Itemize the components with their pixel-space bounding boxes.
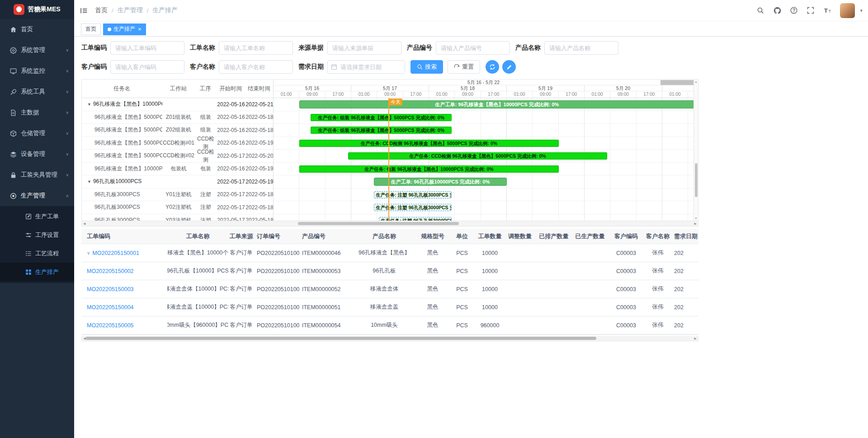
- gantt-bar[interactable]: 生产任务: CCD检测 96孔移液盒【黑色】5000PCS 完成比例: 0%: [299, 140, 558, 147]
- scroll-right-arrow[interactable]: ▶: [694, 337, 697, 340]
- close-icon[interactable]: ×: [138, 26, 142, 32]
- timeline-hours-row: 01:0009:0017:0001:0009:0017:0001:0009:00…: [274, 91, 693, 98]
- scroll-down-arrow[interactable]: ▼: [694, 217, 698, 220]
- gantt-task-row[interactable]: 96孔孔板3000PCSY03注塑机注塑2022-05-172022-05-18: [82, 214, 273, 221]
- gantt-task-row[interactable]: 96孔孔板3000PCSY02注塑机注塑2022-05-172022-05-18: [82, 201, 273, 214]
- gantt-vertical-scrollbar[interactable]: ▲ ▼: [693, 80, 698, 221]
- order-cell: [572, 244, 608, 262]
- gantt-bar[interactable]: 生产任务: CCD检测 96孔移液盒【黑色】5000PCS 完成比例: 0%: [348, 152, 607, 160]
- gantt-bar[interactable]: 生产任务: 包装 96孔移液盒【黑色】10000PCS 完成比例: 0%: [299, 165, 558, 173]
- font-size-icon[interactable]: TT: [823, 6, 831, 14]
- sidebar-subitem-label: 生产工单: [35, 212, 59, 221]
- reset-button-label: 重置: [462, 63, 474, 71]
- expand-triangle-icon[interactable]: ▼: [87, 102, 91, 107]
- order-cell: [572, 262, 608, 280]
- sidebar-item-system-tools[interactable]: 系统工具∨: [0, 81, 74, 102]
- sidebar-item-system-monitor[interactable]: 系统监控∨: [0, 61, 74, 81]
- search-button[interactable]: 搜索: [410, 60, 443, 74]
- sidebar-subitem-scheduling[interactable]: 生产排产: [0, 263, 74, 281]
- timeline-hour: 01:00: [662, 91, 688, 98]
- navbar-actions: TT ▾: [756, 3, 863, 18]
- vertical-scroll-thumb[interactable]: [695, 163, 698, 197]
- product-name-input[interactable]: [544, 41, 618, 55]
- gantt-bar[interactable]: 生产任务: 注塑 96孔孔板3000PCS 完成比例: 0%: [379, 217, 452, 221]
- order-code-link[interactable]: MO202205150003: [87, 286, 134, 292]
- app-logo[interactable]: 苦糖果MES: [0, 0, 74, 19]
- customer-name-input[interactable]: [219, 60, 293, 74]
- tab-scheduling[interactable]: 生产排产×: [103, 24, 146, 35]
- scroll-right-arrow[interactable]: ▶: [694, 222, 697, 226]
- sidebar-item-system-admin[interactable]: 系统管理∨: [0, 40, 74, 61]
- source-doc-input[interactable]: [327, 41, 401, 55]
- order-code-input[interactable]: [110, 41, 184, 55]
- gantt-task-row[interactable]: ▼96孔孔板10000PCS2022-05-172022-05-19: [82, 175, 273, 188]
- order-cell: 96孔孔板: [352, 262, 417, 280]
- order-cell: PCS: [448, 262, 476, 280]
- sidebar-item-master-data[interactable]: 主数据∨: [0, 102, 74, 123]
- sidebar-item-home[interactable]: 首页: [0, 19, 74, 40]
- horizontal-scroll-thumb[interactable]: [85, 337, 596, 340]
- sync-button[interactable]: [486, 60, 499, 74]
- breadcrumb-home[interactable]: 首页: [95, 6, 108, 14]
- sidebar-subitem-process-setup[interactable]: 工序设置: [0, 226, 74, 244]
- gantt-bar[interactable]: 生产任务: 注塑 96孔孔板3000PCS 完成比例: 0%: [374, 191, 452, 198]
- chevron-down-icon: ∨: [66, 152, 69, 156]
- customer-code-input[interactable]: [110, 60, 184, 74]
- filter-form: 工单编码工单名称来源单据产品编号产品名称 客户编码客户名称需求日期 搜索 重置: [81, 41, 868, 74]
- horizontal-scroll-thumb[interactable]: [298, 222, 459, 225]
- order-code-link[interactable]: MO202205150001: [92, 250, 139, 256]
- gantt-task-row[interactable]: 96孔移液盒【黑色】5000PCSCCD检测#01CCD检测2022-05-16…: [82, 137, 273, 150]
- product-code-input[interactable]: [436, 41, 510, 55]
- order-code-link[interactable]: MO202205150002: [87, 268, 134, 274]
- timeline-day: 5月 16: [274, 85, 351, 91]
- sidebar-item-fixtures[interactable]: 工装夹具管理∨: [0, 165, 74, 185]
- user-avatar[interactable]: [840, 3, 855, 18]
- task-process: 组装: [195, 126, 217, 134]
- sidebar-subitem-process-flow[interactable]: 工艺流程: [0, 244, 74, 263]
- github-icon[interactable]: [773, 6, 781, 14]
- task-name: 96孔孔板3000PCS: [82, 217, 162, 221]
- expand-triangle-icon[interactable]: ▼: [87, 179, 91, 184]
- gantt-task-row[interactable]: 96孔移液盒【黑色】10000PCS包装机包装2022-05-162022-05…: [82, 163, 273, 176]
- sidebar-toggle-button[interactable]: [74, 0, 93, 21]
- sidebar-item-warehouse[interactable]: 仓储管理∨: [0, 123, 74, 144]
- fullscreen-icon[interactable]: [807, 6, 815, 14]
- orders-horizontal-scrollbar[interactable]: ◀ ▶: [81, 336, 698, 341]
- gantt-task-row[interactable]: 96孔移液盒【黑色】5000PCSZ02组装机组装2022-05-162022-…: [82, 124, 273, 137]
- gantt-task-row[interactable]: 96孔移液盒【黑色】5000PCSCCD检测#02CCD检测2022-05-17…: [82, 150, 273, 163]
- gantt-bar[interactable]: 生产任务: 组装 96孔移液盒【黑色】5000PCS 完成比例: 0%: [311, 127, 452, 134]
- chevron-down-icon[interactable]: ∨: [87, 250, 90, 255]
- reset-button[interactable]: 重置: [448, 60, 480, 74]
- order-cell: [504, 244, 536, 262]
- gantt-task-row[interactable]: 96孔孔板3000PCSY01注塑机注塑2022-05-172022-05-18: [82, 188, 273, 202]
- order-name-input[interactable]: [219, 41, 293, 55]
- demand-date-input[interactable]: [327, 60, 405, 74]
- task-start-time: 2022-05-17: [217, 204, 245, 211]
- edit-button[interactable]: [502, 60, 516, 74]
- gantt-bar[interactable]: 生产工单: 96孔移液盒【黑色】10000PCS 完成比例: 0%: [299, 100, 693, 108]
- sidebar-subitem-label: 生产排产: [35, 268, 59, 276]
- sidebar-item-label: 首页: [21, 25, 33, 33]
- gantt-bar[interactable]: 生产任务: 组装 96孔移液盒【黑色】5000PCS 完成比例: 0%: [311, 114, 452, 121]
- gantt-bar[interactable]: 生产任务: 注塑 96孔孔板3000PCS 完成比例: 0%: [374, 204, 452, 211]
- sidebar-item-equipment[interactable]: 设备管理∨: [0, 144, 74, 165]
- order-code-link[interactable]: MO202205150005: [87, 322, 134, 329]
- gantt-task-row[interactable]: 96孔移液盒【黑色】5000PCSZ01组装机组装2022-05-162022-…: [82, 111, 273, 124]
- help-icon[interactable]: [790, 6, 798, 14]
- task-name-text: 96孔移液盒【黑色】5000PCS: [94, 139, 162, 147]
- search-icon[interactable]: [756, 6, 764, 14]
- task-station: CCD检测#02: [162, 152, 195, 160]
- sidebar-item-label: 设备管理: [21, 150, 45, 158]
- gantt-task-row[interactable]: ▼96孔移液盒【黑色】10000PCS2022-05-162022-05-21: [82, 98, 273, 111]
- scroll-left-arrow[interactable]: ◀: [83, 222, 85, 226]
- order-code-link[interactable]: MO202205150004: [87, 304, 134, 311]
- task-start-time: 2022-05-17: [217, 191, 245, 198]
- timeline-hour: 09:00: [533, 91, 558, 98]
- tab-home[interactable]: 首页: [81, 24, 101, 35]
- gantt-horizontal-scrollbar[interactable]: ◀ ▶: [81, 221, 698, 226]
- gantt-bar[interactable]: 生产工单: 96孔孔板10000PCS 完成比例: 0%: [374, 178, 507, 186]
- sidebar-item-production[interactable]: 生产管理∧: [0, 185, 74, 206]
- caret-down-icon[interactable]: ▾: [860, 8, 863, 14]
- scroll-up-arrow[interactable]: ▲: [694, 80, 698, 83]
- sidebar-subitem-work-orders[interactable]: 生产工单: [0, 207, 74, 226]
